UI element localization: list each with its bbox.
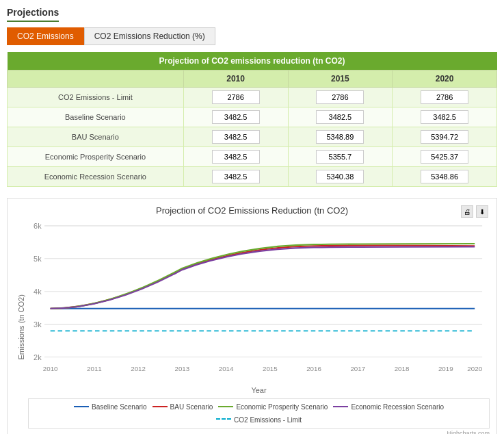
tabs-row: CO2 Emissions CO2 Emissions Reduction (%… bbox=[7, 27, 497, 45]
row-value: 5340.38 bbox=[288, 167, 393, 187]
legend-line bbox=[333, 406, 348, 407]
svg-text:2015: 2015 bbox=[263, 365, 278, 372]
download-icon[interactable]: ⬇ bbox=[476, 205, 488, 218]
value-box: 5348.89 bbox=[316, 130, 364, 144]
highcharts-credit: Highcharts.com bbox=[28, 430, 490, 434]
col-header-2020: 2020 bbox=[393, 71, 497, 88]
row-value: 2786 bbox=[183, 88, 288, 107]
row-label: CO2 Emissions - Limit bbox=[8, 88, 184, 107]
row-value: 2786 bbox=[288, 88, 393, 107]
row-value: 3482.5 bbox=[393, 107, 497, 127]
row-value: 5348.86 bbox=[393, 167, 497, 187]
value-box: 3482.5 bbox=[212, 110, 260, 124]
row-value: 3482.5 bbox=[183, 147, 288, 167]
svg-text:2014: 2014 bbox=[219, 365, 234, 372]
tab-co2-reduction[interactable]: CO2 Emissions Reduction (%) bbox=[84, 27, 215, 45]
value-box: 5425.37 bbox=[421, 150, 468, 164]
legend-label: CO2 Emissions - Limit bbox=[234, 416, 302, 424]
svg-text:2020: 2020 bbox=[467, 365, 482, 372]
legend-item: Baseline Scenario bbox=[74, 403, 147, 411]
table-section: Projection of CO2 emissions reduction (t… bbox=[7, 52, 497, 187]
svg-text:2013: 2013 bbox=[174, 365, 189, 372]
col-header-label bbox=[8, 71, 184, 88]
legend-line bbox=[152, 406, 168, 407]
svg-text:6k: 6k bbox=[34, 222, 42, 230]
legend-line bbox=[216, 418, 231, 420]
tab-co2-emissions[interactable]: CO2 Emissions bbox=[7, 27, 84, 45]
legend-item: Economic Recession Scenario bbox=[333, 403, 444, 411]
legend-item: CO2 Emissions - Limit bbox=[216, 416, 302, 424]
svg-text:2012: 2012 bbox=[131, 365, 146, 372]
legend-item: Economic Prosperity Scenario bbox=[218, 403, 328, 411]
projection-table: Projection of CO2 emissions reduction (t… bbox=[7, 52, 497, 187]
legend-label: Economic Recession Scenario bbox=[351, 403, 444, 411]
chart-svg: 6k 5k 4k 3k 2k 2010 2011 2012 2013 bbox=[28, 218, 490, 383]
value-box: 5348.86 bbox=[421, 170, 468, 183]
chart-title: Projection of CO2 Emissions Reduction (t… bbox=[14, 205, 490, 216]
legend-label: BAU Scenario bbox=[170, 403, 213, 411]
chart-section: Projection of CO2 Emissions Reduction (t… bbox=[7, 198, 497, 434]
value-box: 2786 bbox=[421, 90, 468, 104]
table-row: Economic Prosperity Scenario3482.55355.7… bbox=[8, 147, 497, 167]
value-box: 3482.5 bbox=[421, 110, 468, 124]
value-box: 3482.5 bbox=[212, 130, 260, 144]
row-label: Economic Recession Scenario bbox=[8, 167, 184, 187]
row-value: 5355.7 bbox=[288, 147, 393, 167]
row-value: 2786 bbox=[393, 88, 497, 107]
row-label: BAU Scenario bbox=[8, 127, 184, 147]
value-box: 3482.5 bbox=[212, 150, 260, 164]
chart-inner: 6k 5k 4k 3k 2k 2010 2011 2012 2013 bbox=[28, 218, 490, 434]
value-box: 3482.5 bbox=[316, 110, 364, 124]
value-box: 2786 bbox=[212, 90, 260, 104]
svg-text:3k: 3k bbox=[34, 320, 42, 329]
svg-text:4k: 4k bbox=[34, 288, 42, 296]
chart-icons: 🖨 ⬇ bbox=[461, 205, 488, 218]
page-title: Projections bbox=[7, 7, 59, 22]
col-header-2015: 2015 bbox=[288, 71, 393, 88]
row-label: Economic Prosperity Scenario bbox=[8, 147, 184, 167]
chart-legend: Baseline ScenarioBAU ScenarioEconomic Pr… bbox=[28, 398, 490, 429]
table-title: Projection of CO2 emissions reduction (t… bbox=[8, 52, 497, 71]
table-row: BAU Scenario3482.55348.895394.72 bbox=[8, 127, 497, 147]
legend-label: Baseline Scenario bbox=[92, 403, 147, 411]
legend-label: Economic Prosperity Scenario bbox=[236, 403, 328, 411]
svg-text:2018: 2018 bbox=[395, 365, 410, 372]
y-axis-label: Emissions (tn CO2) bbox=[14, 218, 28, 434]
legend-item: BAU Scenario bbox=[152, 403, 213, 411]
x-axis-label: Year bbox=[28, 386, 490, 394]
row-value: 3482.5 bbox=[183, 127, 288, 147]
svg-text:2017: 2017 bbox=[350, 365, 365, 372]
table-row: Baseline Scenario3482.53482.53482.5 bbox=[8, 107, 497, 127]
page-container: Projections CO2 Emissions CO2 Emissions … bbox=[0, 0, 504, 434]
value-box: 5340.38 bbox=[316, 170, 364, 183]
col-header-2010: 2010 bbox=[183, 71, 288, 88]
chart-area: Emissions (tn CO2) 6k 5k 4k 3k 2k bbox=[14, 218, 490, 434]
table-row: CO2 Emissions - Limit278627862786 bbox=[8, 88, 497, 107]
svg-text:2011: 2011 bbox=[87, 365, 102, 372]
row-value: 3482.5 bbox=[183, 167, 288, 187]
value-box: 3482.5 bbox=[212, 170, 260, 183]
svg-text:2019: 2019 bbox=[438, 365, 453, 372]
svg-text:5k: 5k bbox=[34, 255, 42, 263]
row-label: Baseline Scenario bbox=[8, 107, 184, 127]
row-value: 3482.5 bbox=[288, 107, 393, 127]
legend-line bbox=[74, 406, 89, 407]
table-row: Economic Recession Scenario3482.55340.38… bbox=[8, 167, 497, 187]
value-box: 5394.72 bbox=[421, 130, 468, 144]
legend-line bbox=[218, 406, 233, 407]
row-value: 5394.72 bbox=[393, 127, 497, 147]
row-value: 3482.5 bbox=[183, 107, 288, 127]
value-box: 2786 bbox=[316, 90, 364, 104]
value-box: 5355.7 bbox=[316, 150, 364, 164]
svg-text:2010: 2010 bbox=[43, 365, 58, 372]
row-value: 5348.89 bbox=[288, 127, 393, 147]
svg-text:2016: 2016 bbox=[306, 365, 321, 372]
print-icon[interactable]: 🖨 bbox=[461, 205, 473, 218]
row-value: 5425.37 bbox=[393, 147, 497, 167]
svg-text:2k: 2k bbox=[34, 353, 42, 361]
